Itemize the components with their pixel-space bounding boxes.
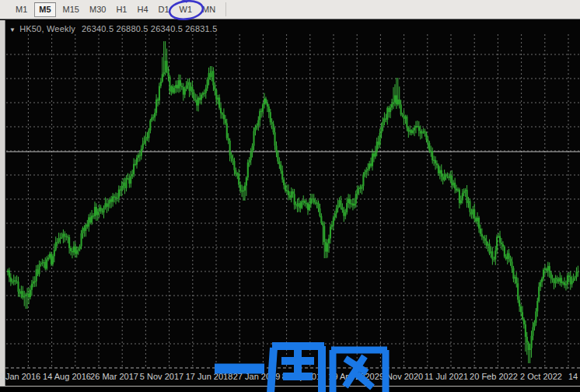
axis-date-label: 14 Aug 2016 — [43, 372, 91, 381]
timeframe-button-h4[interactable]: H4 — [134, 2, 151, 17]
axis-date-label: 27 Jan 2019 — [233, 372, 281, 381]
axis-date-label: 20 Feb 2022 — [470, 372, 518, 381]
timeframe-button-m15[interactable]: M15 — [60, 2, 82, 17]
axis-date-label: 8 Sep 2019 — [282, 372, 326, 381]
axis-date-label: 14 — [568, 372, 578, 381]
timeframe-button-d1[interactable]: D1 — [155, 2, 173, 17]
axis-date-label: 3 Jan 2016 — [0, 372, 40, 381]
left-edge-strip — [0, 20, 5, 387]
timeframe-button-m30[interactable]: M30 — [86, 2, 109, 17]
timeframe-button-h1[interactable]: H1 — [113, 2, 130, 17]
timeframe-button-w1[interactable]: W1 — [176, 2, 196, 17]
timeframe-toolbar: M1M5M15M30H1H4D1W1MN — [0, 0, 580, 19]
axis-date-label: 2 Oct 2022 — [520, 372, 562, 381]
mt4-window: M1M5M15M30H1H4D1W1MN ▼HK50, Weekly26340.… — [0, 0, 580, 392]
axis-date-label: 17 Jun 2018 — [186, 372, 233, 381]
timeframe-button-m1[interactable]: M1 — [12, 2, 30, 17]
bottom-border-strip — [0, 387, 580, 392]
chart-expander-icon[interactable]: ▼ — [9, 26, 16, 33]
axis-date-label: 26 Mar 2017 — [90, 372, 138, 381]
date-axis[interactable]: 3 Jan 201614 Aug 201626 Mar 20175 Nov 20… — [0, 369, 580, 387]
axis-date-label: 5 Nov 2017 — [140, 372, 183, 381]
grid-lines — [6, 34, 580, 368]
axis-date-label: 19 Apr 2020 — [328, 372, 374, 381]
symbol-title-label: HK50, Weekly — [19, 24, 75, 33]
chart-window: ▼HK50, Weekly26340.5 26880.5 26340.5 268… — [0, 20, 580, 392]
axis-date-label: 11 Jul 2021 — [425, 372, 468, 381]
ohlc-values: 26340.5 26880.5 26340.5 26831.5 — [82, 24, 217, 33]
axis-date-label: 29 Nov 2020 — [375, 372, 423, 381]
chart-title: ▼HK50, Weekly26340.5 26880.5 26340.5 268… — [9, 24, 217, 33]
chart-canvas[interactable] — [0, 20, 580, 392]
timeframe-button-mn[interactable]: MN — [199, 2, 218, 17]
toolbar-separator — [225, 2, 226, 16]
timeframe-button-m5[interactable]: M5 — [34, 2, 55, 17]
candles-group — [7, 41, 578, 363]
